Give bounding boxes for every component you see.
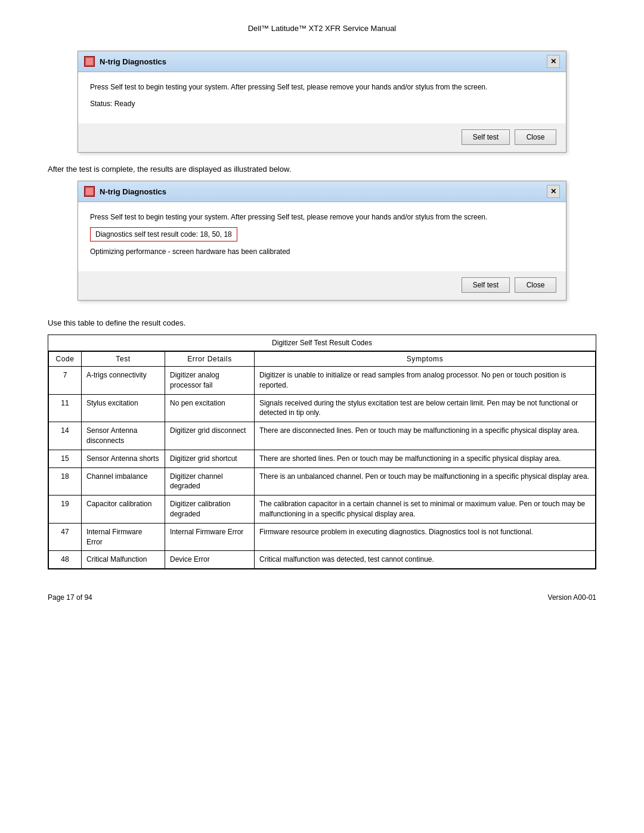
dialog-2: N-trig Diagnostics ✕ Press Self test to … bbox=[78, 181, 566, 301]
dialog2-close-btn[interactable]: ✕ bbox=[547, 185, 560, 198]
cell-symptoms: Critical malfunction was detected, test … bbox=[255, 551, 596, 569]
cell-error: No pen excitation bbox=[165, 394, 255, 422]
cell-code: 19 bbox=[49, 496, 82, 524]
cell-test: Channel imbalance bbox=[82, 467, 165, 496]
cell-code: 47 bbox=[49, 523, 82, 551]
col-header-error: Error Details bbox=[165, 352, 255, 367]
table-row: 47 Internal Firmware Error Internal Firm… bbox=[49, 523, 596, 551]
dialog-1: N-trig Diagnostics ✕ Press Self test to … bbox=[78, 51, 566, 153]
page-footer: Page 17 of 94 Version A00-01 bbox=[48, 593, 596, 602]
dialog1-title: N-trig Diagnostics bbox=[100, 57, 166, 66]
cell-test: Critical Malfunction bbox=[82, 551, 165, 569]
cell-code: 48 bbox=[49, 551, 82, 569]
footer-left: Page 17 of 94 bbox=[48, 593, 92, 602]
cell-test: Internal Firmware Error bbox=[82, 523, 165, 551]
cell-code: 18 bbox=[49, 467, 82, 496]
ntrig-icon-1 bbox=[84, 56, 95, 67]
ntrig-icon-2 bbox=[84, 186, 95, 197]
cell-symptoms: There is an unbalanced channel. Pen or t… bbox=[255, 467, 596, 496]
cell-symptoms: There are shorted lines. Pen or touch ma… bbox=[255, 450, 596, 467]
cell-symptoms: Firmware resource problem in executing d… bbox=[255, 523, 596, 551]
cell-code: 7 bbox=[49, 367, 82, 395]
result-code-box: Diagnostics self test result code: 18, 5… bbox=[90, 227, 237, 241]
cell-symptoms: Digitizer is unable to initialize or rea… bbox=[255, 367, 596, 395]
cell-test: Capacitor calibration bbox=[82, 496, 165, 524]
cell-symptoms: There are disconnected lines. Pen or tou… bbox=[255, 422, 596, 450]
dialog1-status: Status: Ready bbox=[90, 98, 554, 109]
cell-test: A-trigs connectivity bbox=[82, 367, 165, 395]
between-text: After the test is complete, the results … bbox=[48, 165, 596, 174]
table-row: 7 A-trigs connectivity Digitizer analog … bbox=[49, 367, 596, 395]
dialog2-close-button[interactable]: Close bbox=[515, 277, 556, 293]
cell-error: Digitizer analog processor fail bbox=[165, 367, 255, 395]
table-row: 15 Sensor Antenna shorts Digitizer grid … bbox=[49, 450, 596, 467]
cell-test: Stylus excitation bbox=[82, 394, 165, 422]
cell-test: Sensor Antenna shorts bbox=[82, 450, 165, 467]
dialog1-instructions: Press Self test to begin testing your sy… bbox=[90, 82, 554, 92]
cell-error: Digitizer grid disconnect bbox=[165, 422, 255, 450]
cell-test: Sensor Antenna disconnects bbox=[82, 422, 165, 450]
table-row: 19 Capacitor calibration Digitizer calib… bbox=[49, 496, 596, 524]
dialog2-instructions: Press Self test to begin testing your sy… bbox=[90, 212, 554, 222]
dialog1-close-button[interactable]: Close bbox=[515, 129, 556, 145]
page-title: Dell™ Latitude™ XT2 XFR Service Manual bbox=[48, 24, 596, 33]
cell-error: Digitizer calibration degraded bbox=[165, 496, 255, 524]
cell-symptoms: The calibration capacitor in a certain c… bbox=[255, 496, 596, 524]
cell-symptoms: Signals received during the stylus excit… bbox=[255, 394, 596, 422]
col-header-code: Code bbox=[49, 352, 82, 367]
dialog2-optimizing: Optimizing performance - screen hardware… bbox=[90, 246, 554, 257]
table-row: 14 Sensor Antenna disconnects Digitizer … bbox=[49, 422, 596, 450]
dialog1-self-test-btn[interactable]: Self test bbox=[462, 129, 510, 145]
cell-error: Device Error bbox=[165, 551, 255, 569]
cell-code: 15 bbox=[49, 450, 82, 467]
dialog2-self-test-btn[interactable]: Self test bbox=[462, 277, 510, 293]
footer-right: Version A00-01 bbox=[548, 593, 596, 602]
table-row: 11 Stylus excitation No pen excitation S… bbox=[49, 394, 596, 422]
table-row: 48 Critical Malfunction Device Error Cri… bbox=[49, 551, 596, 569]
col-header-symptoms: Symptoms bbox=[255, 352, 596, 367]
result-codes-table-container: Digitizer Self Test Result Codes Code Te… bbox=[48, 335, 596, 569]
dialog1-close-btn[interactable]: ✕ bbox=[547, 55, 560, 68]
cell-error: Digitizer grid shortcut bbox=[165, 450, 255, 467]
dialog2-title: N-trig Diagnostics bbox=[100, 187, 166, 196]
table-row: 18 Channel imbalance Digitizer channel d… bbox=[49, 467, 596, 496]
cell-error: Internal Firmware Error bbox=[165, 523, 255, 551]
table-main-header: Digitizer Self Test Result Codes bbox=[48, 335, 596, 351]
cell-error: Digitizer channel degraded bbox=[165, 467, 255, 496]
cell-code: 11 bbox=[49, 394, 82, 422]
col-header-test: Test bbox=[82, 352, 165, 367]
table-intro: Use this table to define the result code… bbox=[48, 318, 596, 327]
cell-code: 14 bbox=[49, 422, 82, 450]
